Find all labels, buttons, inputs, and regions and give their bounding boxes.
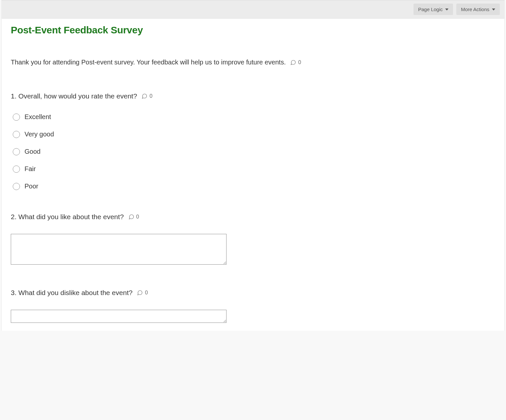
- question-3-header: 3. What did you dislike about the event?…: [11, 289, 495, 297]
- question-2-textarea[interactable]: [11, 234, 227, 265]
- question-1-header: 1. Overall, how would you rate the event…: [11, 92, 495, 100]
- question-1-comment-count: 0: [149, 93, 152, 99]
- question-3-comment-count: 0: [145, 290, 148, 296]
- question-1: 1. Overall, how would you rate the event…: [11, 92, 495, 190]
- page-logic-label: Page Logic: [418, 7, 443, 12]
- option-label: Poor: [25, 183, 38, 190]
- comment-icon: [137, 290, 143, 296]
- radio-icon: [13, 183, 20, 190]
- question-2-comment-badge[interactable]: 0: [128, 214, 139, 220]
- comment-icon: [128, 214, 134, 220]
- page-logic-button[interactable]: Page Logic: [413, 4, 453, 15]
- radio-icon: [13, 166, 20, 173]
- option-label: Excellent: [25, 113, 51, 121]
- question-3-text: 3. What did you dislike about the event?: [11, 289, 132, 297]
- survey-content: Post-Event Feedback Survey Thank you for…: [2, 19, 504, 331]
- question-1-options: Excellent Very good Good Fair Poor: [11, 113, 495, 190]
- question-2-header: 2. What did you like about the event? 0: [11, 213, 495, 221]
- radio-icon: [13, 131, 20, 138]
- comment-icon: [142, 93, 147, 99]
- question-1-text: 1. Overall, how would you rate the event…: [11, 92, 137, 100]
- question-2-text: 2. What did you like about the event?: [11, 213, 124, 221]
- radio-option-very-good[interactable]: Very good: [13, 131, 495, 138]
- question-2: 2. What did you like about the event? 0: [11, 213, 495, 266]
- option-label: Good: [25, 148, 41, 155]
- survey-intro-text: Thank you for attending Post-event surve…: [11, 59, 286, 66]
- radio-option-poor[interactable]: Poor: [13, 183, 495, 190]
- question-1-comment-badge[interactable]: 0: [142, 93, 152, 99]
- radio-option-fair[interactable]: Fair: [13, 165, 495, 173]
- radio-option-excellent[interactable]: Excellent: [13, 113, 495, 121]
- question-3-textarea[interactable]: [11, 310, 227, 323]
- radio-icon: [13, 114, 20, 121]
- question-2-comment-count: 0: [136, 214, 139, 220]
- survey-page: Page Logic More Actions Post-Event Feedb…: [1, 0, 505, 331]
- intro-comment-badge[interactable]: 0: [290, 60, 301, 65]
- radio-icon: [13, 148, 20, 155]
- intro-comment-count: 0: [298, 60, 301, 65]
- top-toolbar: Page Logic More Actions: [2, 0, 504, 19]
- more-actions-label: More Actions: [461, 7, 489, 12]
- survey-intro-row: Thank you for attending Post-event surve…: [11, 59, 495, 66]
- more-actions-button[interactable]: More Actions: [456, 4, 500, 15]
- option-label: Fair: [25, 165, 36, 173]
- question-3-comment-badge[interactable]: 0: [137, 290, 148, 296]
- caret-down-icon: [492, 9, 495, 10]
- question-3: 3. What did you dislike about the event?…: [11, 289, 495, 324]
- option-label: Very good: [25, 131, 54, 138]
- radio-option-good[interactable]: Good: [13, 148, 495, 155]
- survey-title: Post-Event Feedback Survey: [11, 25, 495, 36]
- caret-down-icon: [445, 9, 448, 10]
- comment-icon: [290, 60, 296, 65]
